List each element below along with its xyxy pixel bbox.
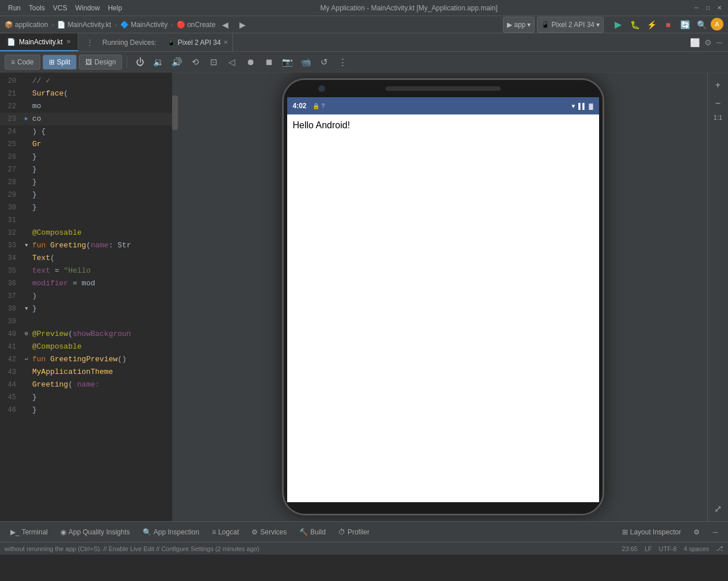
status-message: without rerunning the app (Ctrl+S). // E… bbox=[5, 545, 617, 552]
zoom-level[interactable]: 1:1 bbox=[714, 114, 722, 121]
menu-help[interactable]: Help bbox=[104, 3, 125, 13]
code-line-27: 27 } bbox=[0, 163, 178, 176]
close-button[interactable]: ✕ bbox=[715, 4, 723, 12]
right-sidebar: + − 1:1 ⤢ bbox=[707, 72, 728, 521]
code-editor[interactable]: 20 // ✓ 21 Surface( 22 mo 23 ▶ bbox=[0, 72, 178, 521]
more-options-button[interactable]: ⋮ bbox=[334, 54, 350, 70]
wifi-icon: ▼ bbox=[570, 103, 576, 109]
expand-panel-icon[interactable]: ⬜ bbox=[689, 37, 701, 48]
editor-tab-mainactivity[interactable]: 📄 MainActivity.kt ✕ bbox=[0, 33, 78, 51]
code-line-37: 37 ) bbox=[0, 290, 178, 303]
fold-button[interactable]: ⊡ bbox=[205, 54, 222, 70]
rotate-button[interactable]: ⟲ bbox=[187, 54, 203, 70]
design-icon: 🖼 bbox=[85, 58, 92, 66]
split-icon: ⊞ bbox=[49, 58, 55, 66]
device-icon: 📱 bbox=[541, 21, 550, 29]
profile-button[interactable]: ⚡ bbox=[644, 18, 659, 32]
minimize-panel-icon[interactable]: ─ bbox=[715, 37, 723, 48]
phone-bottom-bar bbox=[284, 502, 603, 514]
phone-content: Hello Android! bbox=[287, 114, 599, 502]
app-selector[interactable]: ▶ app ▾ bbox=[503, 17, 535, 33]
menu-run[interactable]: Run bbox=[5, 3, 24, 13]
code-line-23: 23 ▶ co bbox=[0, 113, 178, 125]
chevron-down-icon: ▾ bbox=[527, 21, 531, 29]
window-controls: ─ □ ✕ bbox=[692, 4, 723, 12]
phone-camera bbox=[318, 85, 325, 92]
volume-down-button[interactable]: 🔉 bbox=[150, 54, 166, 70]
record-button[interactable]: ⏺ bbox=[242, 54, 258, 70]
scrollbar-thumb[interactable] bbox=[172, 95, 178, 130]
terminal-button[interactable]: ▶_ Terminal bbox=[5, 526, 54, 538]
run-button[interactable]: ▶ bbox=[611, 18, 626, 32]
chevron-down-icon: ▾ bbox=[596, 21, 600, 29]
status-time: 4:02 bbox=[293, 102, 307, 110]
avatar[interactable]: A bbox=[711, 18, 723, 30]
encoding[interactable]: UTF-8 bbox=[659, 545, 677, 552]
design-view-button[interactable]: 🖼 Design bbox=[79, 55, 122, 70]
menu-tools[interactable]: Tools bbox=[25, 3, 48, 13]
tab-menu-button[interactable]: ⋮ bbox=[83, 33, 97, 51]
menu-vcs[interactable]: VCS bbox=[49, 3, 71, 13]
bottom-toolbar: ▶_ Terminal ◉ App Quality Insights 🔍 App… bbox=[0, 521, 728, 542]
inspection-icon: 🔍 bbox=[143, 528, 151, 536]
cursor-position[interactable]: 23:65 bbox=[622, 545, 638, 552]
camera-button[interactable]: 📷 bbox=[279, 54, 295, 70]
breadcrumb-mainactivity[interactable]: 🔷 MainActivity bbox=[120, 21, 167, 29]
vertical-scrollbar[interactable] bbox=[172, 72, 178, 521]
history-button[interactable]: ↺ bbox=[316, 54, 332, 70]
breadcrumb-application[interactable]: 📦 application bbox=[5, 21, 48, 29]
breadcrumb-oncreate[interactable]: 🔴 onCreate bbox=[177, 21, 215, 29]
logcat-button[interactable]: ≡ Logcat bbox=[206, 526, 245, 538]
phone-screen[interactable]: 4:02 🔒 ? ▼ ▌▌ ▓ Hello Android! bbox=[287, 97, 599, 502]
method-icon: 🔴 bbox=[177, 21, 185, 29]
close-tab-icon[interactable]: ✕ bbox=[66, 39, 71, 45]
volume-up-button[interactable]: 🔊 bbox=[169, 54, 185, 70]
minimize-button[interactable]: ─ bbox=[692, 4, 700, 12]
settings-icon[interactable]: ⚙ bbox=[703, 37, 713, 48]
stop-button[interactable]: ■ bbox=[661, 18, 676, 32]
code-line-29: 29 } bbox=[0, 189, 178, 201]
indent-setting[interactable]: 4 spaces bbox=[684, 545, 709, 552]
fit-screen-button[interactable]: ⤢ bbox=[710, 500, 726, 517]
code-view-button[interactable]: ≡ Code bbox=[5, 55, 40, 70]
app-inspection-button[interactable]: 🔍 App Inspection bbox=[137, 526, 205, 538]
maximize-button[interactable]: □ bbox=[704, 4, 712, 12]
settings-bottom-button[interactable]: ⚙ bbox=[688, 526, 706, 538]
phone-speaker bbox=[386, 86, 501, 91]
sync-button[interactable]: 🔄 bbox=[677, 18, 692, 32]
layout-inspector-button[interactable]: ⊞ Layout Inspector bbox=[616, 526, 687, 538]
code-line-22: 22 mo bbox=[0, 100, 178, 113]
stop-device-button[interactable]: ⏹ bbox=[261, 54, 277, 70]
split-view-button[interactable]: ⊞ Split bbox=[43, 55, 77, 70]
device-selector[interactable]: 📱 Pixel 2 API 34 ▾ bbox=[537, 17, 604, 33]
build-button[interactable]: 🔨 Build bbox=[294, 526, 331, 538]
lock-icon: 🔒 bbox=[312, 103, 319, 109]
nav-forward-button[interactable]: ▶ bbox=[235, 18, 250, 32]
zoom-out-button[interactable]: − bbox=[710, 95, 726, 112]
menu-window[interactable]: Window bbox=[72, 3, 104, 13]
services-button[interactable]: ⚙ Services bbox=[246, 526, 292, 538]
breadcrumb-mainactivity-kt[interactable]: 📄 MainActivity.kt bbox=[57, 21, 111, 29]
device-tab-pixel2[interactable]: 📱 Pixel 2 API 34 ✕ bbox=[162, 33, 233, 51]
code-line-45: 45 } bbox=[0, 391, 178, 404]
code-line-26: 26 } bbox=[0, 151, 178, 163]
zoom-in-button[interactable]: + bbox=[710, 77, 726, 93]
profiler-button[interactable]: ⏱ Profiler bbox=[333, 526, 375, 538]
power-button[interactable]: ⏻ bbox=[132, 54, 148, 70]
back-device-button[interactable]: ◁ bbox=[224, 54, 240, 70]
nav-back-button[interactable]: ◀ bbox=[218, 18, 233, 32]
phone-status-bar: 4:02 🔒 ? ▼ ▌▌ ▓ bbox=[287, 97, 599, 114]
search-button[interactable]: 🔍 bbox=[694, 18, 709, 32]
status-bar: without rerunning the app (Ctrl+S). // E… bbox=[0, 542, 728, 555]
code-line-42: 42 ↩ fun GreetingPreview() bbox=[0, 353, 178, 366]
video-button[interactable]: 📹 bbox=[298, 54, 314, 70]
app-quality-button[interactable]: ◉ App Quality Insights bbox=[55, 526, 136, 538]
menu-bar: Run Tools VCS Window Help bbox=[5, 3, 125, 13]
line-ending[interactable]: LF bbox=[645, 545, 652, 552]
code-line-34: 34 Text( bbox=[0, 252, 178, 265]
debug-button[interactable]: 🐛 bbox=[627, 18, 642, 32]
title-bar: Run Tools VCS Window Help My Application… bbox=[0, 0, 728, 16]
status-right-icons: ▼ ▌▌ ▓ bbox=[570, 103, 593, 109]
close-device-tab-icon[interactable]: ✕ bbox=[223, 39, 228, 45]
minimize-bottom-button[interactable]: ─ bbox=[707, 526, 723, 538]
